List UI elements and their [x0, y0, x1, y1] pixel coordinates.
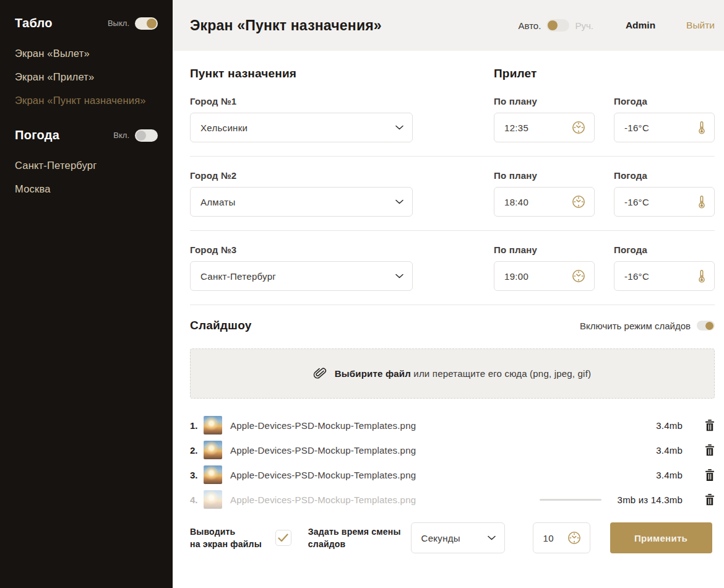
apply-button[interactable]: Применить: [610, 522, 712, 553]
trash-icon: [705, 444, 715, 456]
thermometer-icon: [698, 121, 705, 135]
weather-3-input[interactable]: -16°C: [614, 261, 715, 291]
upload-text-rest: или перетащите его сюда (png, jpeg, gif): [411, 368, 591, 379]
weather-2-value: -16°C: [624, 197, 698, 207]
arrival-heading: Прилет: [494, 67, 595, 80]
city-1-select[interactable]: Хельсинки: [190, 113, 413, 142]
sidebar-item-departure-screen[interactable]: Экран «Вылет»: [15, 41, 158, 65]
file-index: 2.: [190, 445, 204, 456]
file-thumbnail: [204, 465, 222, 484]
thermometer-icon: [698, 269, 705, 283]
delete-file-button[interactable]: [705, 494, 715, 506]
checkmark-icon: [278, 534, 288, 542]
weather-toggle-knob: [136, 131, 146, 141]
file-thumbnail: [204, 490, 222, 509]
sidebar: Табло Выкл. Экран «Вылет» Экран «Прилет»…: [0, 0, 173, 588]
city-2-select[interactable]: Алматы: [190, 187, 413, 217]
file-list: 1. Apple-Devices-PSD-Mockup-Templates.pn…: [190, 416, 715, 509]
city-2-value: Алматы: [200, 197, 395, 207]
chevron-down-icon: [395, 274, 403, 279]
divider: [190, 156, 715, 157]
interval-value-input[interactable]: 10: [533, 522, 590, 553]
content: Пункт назначения Прилет Город №1 Хельсин…: [173, 51, 724, 553]
chevron-down-icon: [395, 199, 403, 204]
city-3-label: Город №3: [190, 244, 413, 255]
upload-text: Выбирите файл или перетащите его сюда (p…: [335, 368, 591, 379]
slide-interval-label-line1: Задать время смены: [308, 527, 401, 537]
city-row-3: Город №3 Санкт-Петербург По плану 19:00 …: [190, 244, 715, 291]
sidebar-item-moscow[interactable]: Москва: [15, 177, 158, 201]
time-3-label: По плану: [494, 244, 595, 255]
file-row-1: 1. Apple-Devices-PSD-Mockup-Templates.pn…: [190, 416, 715, 435]
clock-icon: [572, 121, 585, 134]
thermometer-icon: [698, 195, 705, 209]
divider: [190, 305, 715, 305]
mode-toggle[interactable]: [546, 19, 569, 32]
time-1-label: По плану: [494, 96, 595, 106]
display-files-checkbox[interactable]: [275, 530, 291, 546]
file-row-4-uploading: 4. Apple-Devices-PSD-Mockup-Templates.pn…: [190, 490, 715, 509]
weather-3-label: Погода: [614, 244, 715, 255]
time-1-input[interactable]: 12:35: [494, 113, 595, 142]
trash-icon: [705, 494, 715, 506]
slideshow-header: Слайдшоу Включить режим слайдов: [190, 319, 715, 332]
mode-toggle-knob: [548, 20, 558, 30]
sidebar-item-arrival-screen[interactable]: Экран «Прилет»: [15, 65, 158, 89]
interval-unit-value: Секунды: [421, 533, 488, 543]
paperclip-icon: [312, 365, 328, 382]
time-2-value: 18:40: [504, 197, 572, 207]
city-1-value: Хельсинки: [200, 123, 395, 133]
clock-icon: [572, 195, 585, 209]
chevron-down-icon: [488, 535, 496, 540]
time-2-input[interactable]: 18:40: [494, 187, 595, 217]
page-title: Экран «Пункт назначения»: [190, 17, 382, 34]
city-1-label: Город №1: [190, 96, 413, 106]
upload-progress-bar: [540, 499, 601, 501]
time-1-value: 12:35: [504, 123, 572, 133]
sidebar-item-destination-screen[interactable]: Экран «Пункт назначения»: [15, 89, 158, 112]
manual-mode-label: Руч.: [575, 20, 593, 31]
trash-icon: [705, 420, 715, 431]
board-menu: Экран «Вылет» Экран «Прилет» Экран «Пунк…: [15, 41, 158, 112]
clock-icon: [572, 269, 585, 283]
weather-3-value: -16°C: [624, 271, 698, 282]
file-name: Apple-Devices-PSD-Mockup-Templates.png: [230, 470, 656, 480]
board-toggle[interactable]: [135, 17, 158, 30]
city-3-value: Санкт-Петербург: [200, 271, 395, 282]
time-3-input[interactable]: 19:00: [494, 261, 595, 291]
slideshow-toggle[interactable]: [697, 321, 715, 331]
slideshow-toggle-knob: [705, 322, 713, 330]
file-upload-dropzone[interactable]: Выбирите файл или перетащите его сюда (p…: [190, 348, 715, 399]
board-toggle-label: Выкл.: [108, 19, 129, 28]
interval-unit-select[interactable]: Секунды: [411, 522, 505, 553]
delete-file-button[interactable]: [705, 444, 715, 456]
city-3-select[interactable]: Санкт-Петербург: [190, 261, 413, 291]
chevron-down-icon: [395, 125, 403, 130]
time-2-label: По плану: [494, 170, 595, 181]
display-files-label-line2: на экран файлы: [190, 539, 262, 549]
sidebar-item-saint-petersburg[interactable]: Санкт-Петербург: [15, 153, 158, 177]
file-size: 3.4mb: [656, 470, 683, 480]
board-toggle-knob: [147, 19, 157, 28]
weather-section-title: Погода: [15, 128, 59, 142]
trash-icon: [705, 469, 715, 481]
logout-link[interactable]: Выйти: [686, 20, 715, 31]
delete-file-button[interactable]: [705, 420, 715, 431]
weather-1-input[interactable]: -16°C: [614, 113, 715, 142]
file-index: 3.: [190, 470, 204, 480]
city-2-label: Город №2: [190, 170, 413, 181]
weather-toggle[interactable]: [135, 129, 158, 142]
destination-heading: Пункт назначения: [190, 67, 413, 80]
main-area: Экран «Пункт назначения» Авто. Руч. Admi…: [173, 0, 724, 588]
user-name: Admin: [626, 20, 655, 31]
divider: [190, 230, 715, 231]
weather-2-input[interactable]: -16°C: [614, 187, 715, 217]
delete-file-button[interactable]: [705, 469, 715, 481]
interval-value: 10: [543, 533, 567, 543]
slideshow-toggle-label: Включить режим слайдов: [580, 321, 691, 331]
slide-interval-label: Задать время сменыслайдов: [308, 525, 401, 551]
weather-toggle-label: Вкл.: [113, 131, 129, 140]
weather-2-label: Погода: [614, 170, 715, 181]
board-section-title: Табло: [15, 16, 53, 30]
upload-text-bold: Выбирите файл: [335, 368, 411, 379]
